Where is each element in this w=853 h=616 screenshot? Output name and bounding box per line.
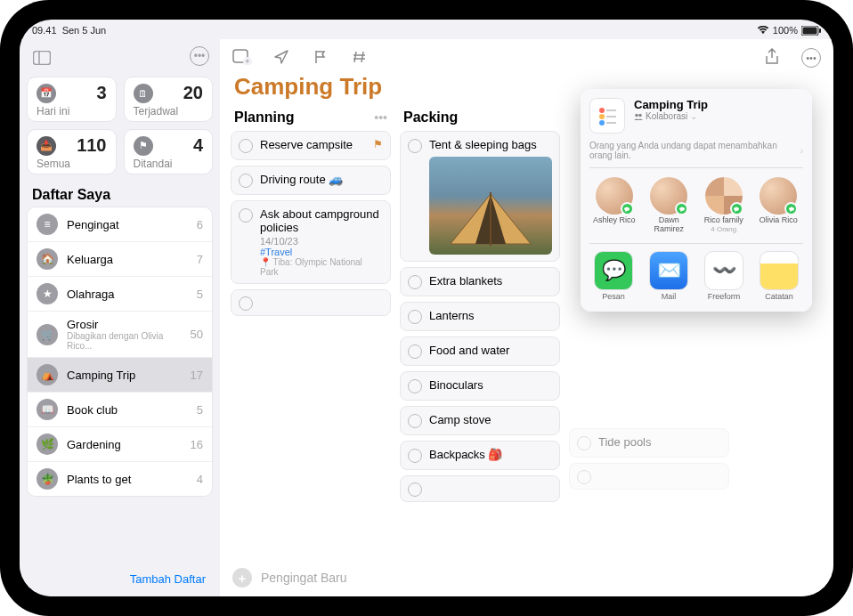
reminder-item[interactable]: Camp stove — [400, 406, 560, 435]
reminder-item[interactable]: Tide pools — [569, 428, 729, 458]
svg-rect-1 — [803, 27, 817, 34]
checkbox[interactable] — [408, 344, 422, 359]
list-row[interactable]: ★ Olahraga 5 — [28, 277, 212, 312]
share-app[interactable]: 💬 Pesan — [589, 251, 638, 301]
empty-item[interactable] — [569, 463, 729, 490]
calendar-icon: 📅 — [37, 84, 56, 103]
list-row[interactable]: 📖 Book club 5 — [28, 393, 212, 427]
checkbox[interactable] — [577, 470, 591, 484]
reminder-item[interactable]: Extra blankets — [400, 267, 560, 296]
reminder-item[interactable]: Reserve campsite ⚑ — [231, 131, 391, 160]
location-icon[interactable] — [272, 48, 291, 66]
hashtag-icon[interactable] — [350, 48, 370, 66]
smart-list-today[interactable]: 📅3 Hari ini — [27, 77, 117, 122]
smart-list-all[interactable]: 📥110 Semua — [27, 129, 117, 174]
empty-item[interactable] — [231, 289, 391, 316]
item-text: Camp stove — [429, 413, 491, 426]
app-label: Pesan — [589, 292, 638, 301]
share-contact[interactable]: Rico family 4 Orang — [699, 177, 749, 234]
add-list-button[interactable]: Tambah Daftar — [27, 563, 213, 596]
list-row[interactable]: 🏠 Keluarga 7 — [28, 242, 212, 277]
checkbox[interactable] — [408, 482, 422, 497]
reminder-item[interactable]: Backpacks 🎒 — [400, 441, 560, 470]
more-icon[interactable]: ••• — [190, 46, 209, 66]
new-section-icon[interactable]: + — [232, 48, 252, 66]
checkbox[interactable] — [577, 436, 591, 450]
checkbox[interactable] — [239, 139, 253, 153]
column-title: Packing — [403, 109, 458, 126]
item-text: Reserve campsite — [260, 138, 353, 151]
list-icon: 🏠 — [37, 248, 58, 270]
list-row[interactable]: 🌿 Gardening 16 — [28, 427, 212, 462]
list-count: 5 — [197, 288, 203, 301]
chevron-right-icon: › — [800, 146, 803, 156]
list-count: 5 — [197, 403, 203, 417]
list-name: Gardening — [67, 438, 182, 451]
checkbox[interactable] — [239, 296, 253, 311]
list-name: Olahraga — [67, 288, 188, 301]
share-contact[interactable]: Olivia Rico — [754, 177, 804, 234]
reminder-item[interactable]: Food and water — [400, 336, 560, 366]
list-count: 7 — [197, 253, 203, 266]
list-icon: 🛒 — [37, 324, 58, 345]
share-app[interactable]: Catatan — [755, 251, 803, 301]
checkbox[interactable] — [239, 174, 253, 188]
list-row[interactable]: 🛒 Grosir Dibagikan dengan Olivia Rico...… — [28, 312, 212, 358]
contact-name: Dawn Ramirez — [645, 216, 695, 234]
list-count: 6 — [197, 218, 203, 231]
column: Planning••• Reserve campsite ⚑ Driving r… — [231, 108, 391, 535]
app-icon: 💬 — [594, 251, 633, 290]
status-time: 09.41 — [32, 25, 57, 36]
item-text: Extra blankets — [429, 274, 502, 288]
status-date: Sen 5 Jun — [62, 25, 107, 36]
more-icon[interactable]: ••• — [801, 48, 821, 68]
column: Packing Tent & sleeping bags Extra blank… — [400, 108, 560, 535]
share-note[interactable]: Orang yang Anda undang dapat menambahkan… — [589, 139, 803, 168]
contact-sub: 4 Orang — [699, 225, 749, 233]
smart-list-scheduled[interactable]: 🗓20 Terjadwal — [124, 77, 214, 122]
list-count: 4 — [197, 473, 203, 486]
new-reminder-label[interactable]: Pengingat Baru — [261, 571, 347, 585]
reminder-item[interactable]: Binoculars — [400, 371, 560, 401]
flag-icon: ⚑ — [373, 138, 383, 150]
share-subtitle[interactable]: Kolaborasi ⌄ — [634, 111, 803, 121]
reminder-item[interactable]: Lanterns — [400, 302, 560, 331]
item-text: Backpacks 🎒 — [429, 448, 502, 461]
add-reminder-icon[interactable]: + — [232, 568, 252, 588]
share-icon[interactable] — [762, 48, 782, 66]
checkbox[interactable] — [408, 310, 422, 324]
avatar — [650, 177, 687, 215]
my-lists-header: Daftar Saya — [27, 182, 213, 207]
checkbox[interactable] — [408, 414, 422, 428]
checkbox[interactable] — [408, 275, 422, 289]
column-more-icon[interactable]: ••• — [374, 110, 387, 125]
empty-item[interactable] — [400, 475, 560, 502]
checkbox[interactable] — [239, 208, 253, 223]
share-sheet: Camping Trip Kolaborasi ⌄ Orang yang And… — [581, 89, 812, 312]
checkbox[interactable] — [408, 379, 422, 393]
flag-icon[interactable] — [311, 48, 330, 66]
share-contact[interactable]: Dawn Ramirez — [645, 177, 695, 234]
reminder-item[interactable]: Driving route 🚙 — [231, 166, 391, 195]
messages-badge-icon — [730, 202, 743, 215]
item-tag[interactable]: #Travel — [260, 247, 383, 257]
share-app[interactable]: ✉️ Mail — [645, 251, 693, 301]
share-note-text: Orang yang Anda undang dapat menambahkan… — [589, 141, 800, 160]
count: 3 — [96, 83, 106, 103]
share-app[interactable]: 〰️ Freeform — [700, 251, 748, 301]
checkbox[interactable] — [408, 139, 422, 153]
list-row[interactable]: 🪴 Plants to get 4 — [28, 462, 212, 496]
reminder-item[interactable]: Tent & sleeping bags — [400, 131, 560, 262]
label: Ditandai — [134, 158, 204, 170]
sidebar-toggle-icon[interactable] — [30, 46, 53, 69]
app-label: Mail — [645, 292, 693, 301]
checkbox[interactable] — [408, 449, 422, 463]
reminder-item[interactable]: Ask about campground policies 14/10/23 #… — [231, 200, 391, 284]
item-text: Tide pools — [598, 435, 652, 449]
app-icon: ✉️ — [649, 251, 688, 290]
list-row[interactable]: ≡ Pengingat 6 — [28, 207, 212, 242]
smart-list-flagged[interactable]: ⚑4 Ditandai — [124, 129, 214, 174]
share-contact[interactable]: Ashley Rico — [589, 177, 639, 234]
column-title: Planning — [234, 109, 295, 126]
list-row[interactable]: ⛺ Camping Trip 17 — [28, 358, 212, 393]
